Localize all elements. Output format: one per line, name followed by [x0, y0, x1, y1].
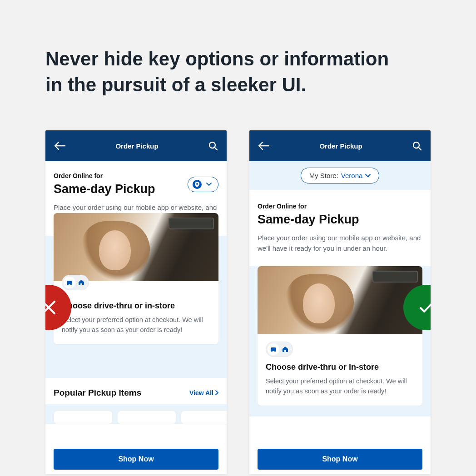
pin-icon — [193, 180, 202, 189]
info-section: Choose drive-thru or in-store Select you… — [249, 266, 431, 416]
example-correct: Order Pickup My Store: Verona Order Onli… — [249, 130, 431, 474]
car-icon[interactable] — [268, 343, 279, 355]
card-image — [54, 213, 218, 281]
intro-title: Same-day Pickup — [54, 182, 155, 196]
intro-description: Place your order using our mobile app or… — [258, 233, 422, 253]
pickup-toggle[interactable] — [266, 342, 293, 357]
card-text: Select your preferred option at checkout… — [266, 377, 414, 397]
topbar-title: Order Pickup — [66, 142, 208, 150]
store-name: Verona — [341, 172, 363, 179]
card-text: Select your preferred option at checkout… — [62, 315, 210, 335]
svg-point-5 — [274, 351, 276, 352]
search-icon[interactable] — [208, 140, 218, 151]
popular-items — [45, 404, 227, 424]
comparison-row: Order Pickup Order Online for Same-day P… — [0, 98, 476, 474]
search-icon[interactable] — [412, 140, 422, 151]
topbar-title: Order Pickup — [270, 142, 412, 150]
topbar: Order Pickup — [45, 130, 227, 161]
svg-point-4 — [271, 351, 273, 352]
info-section: Choose drive-thru or in-store Select you… — [45, 236, 227, 378]
intro-title: Same-day Pickup — [258, 213, 422, 227]
info-card: Choose drive-thru or in-store Select you… — [54, 213, 218, 344]
back-icon[interactable] — [258, 140, 270, 151]
popular-title: Popular Pickup Items — [54, 388, 141, 398]
home-icon[interactable] — [75, 277, 87, 288]
card-heading: Choose drive-thru or in-store — [266, 362, 414, 372]
chevron-down-icon — [365, 174, 371, 178]
back-icon[interactable] — [54, 140, 66, 151]
list-item[interactable] — [181, 411, 227, 424]
shop-now-button[interactable]: Shop Now — [54, 449, 218, 470]
intro-section: Order Online for Same-day Pickup Place y… — [249, 190, 431, 253]
page-heading: Never hide key options or information in… — [0, 0, 436, 98]
store-bar: My Store: Verona — [249, 161, 431, 190]
card-image — [258, 266, 422, 334]
svg-point-1 — [67, 284, 69, 285]
intro-eyebrow: Order Online for — [258, 203, 422, 210]
svg-point-2 — [70, 284, 72, 285]
info-card: Choose drive-thru or in-store Select you… — [258, 266, 422, 406]
pickup-toggle[interactable] — [62, 275, 89, 290]
list-item[interactable] — [117, 411, 176, 424]
shop-now-button[interactable]: Shop Now — [258, 449, 422, 470]
chevron-down-icon — [206, 183, 212, 186]
store-selector-label: My Store: — [309, 172, 338, 179]
list-item[interactable] — [54, 411, 113, 424]
intro-eyebrow: Order Online for — [54, 172, 155, 179]
example-wrong: Order Pickup Order Online for Same-day P… — [45, 130, 227, 474]
store-selector-expanded[interactable]: My Store: Verona — [301, 168, 380, 183]
topbar: Order Pickup — [249, 130, 431, 161]
car-icon[interactable] — [64, 277, 75, 288]
popular-header: Popular Pickup Items View All — [45, 378, 227, 404]
card-heading: Choose drive-thru or in-store — [62, 301, 210, 311]
home-icon[interactable] — [279, 343, 291, 355]
store-selector-collapsed[interactable] — [188, 177, 218, 192]
view-all-link[interactable]: View All — [189, 389, 218, 397]
